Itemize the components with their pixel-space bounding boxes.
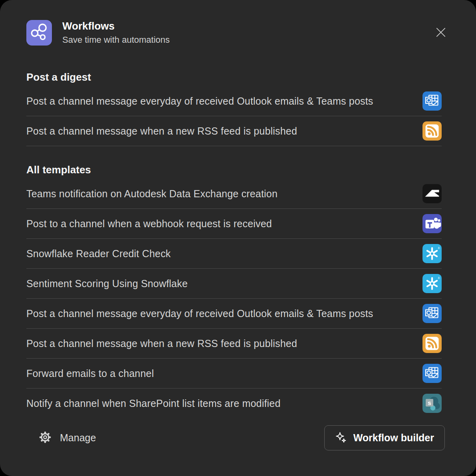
template-label: Teams notification on Autodesk Data Exch… [26, 188, 278, 200]
svg-text:s: s [428, 399, 431, 406]
template-label: Post a channel message when a new RSS fe… [26, 338, 297, 349]
sparkles-icon [335, 431, 347, 444]
section-heading: All templates [26, 164, 442, 176]
workflow-template-row[interactable]: Post a channel message everyday of recei… [26, 86, 442, 116]
workflows-dialog: Workflows Save time with automations Pos… [0, 0, 476, 476]
close-button[interactable] [433, 25, 449, 41]
autodesk-icon [422, 184, 442, 203]
rss-icon [422, 334, 442, 353]
template-label: Post to a channel when a webhook request… [26, 218, 272, 230]
template-section: Post a digestPost a channel message ever… [26, 71, 442, 146]
dialog-header: Workflows Save time with automations [0, 0, 476, 46]
snowflake-icon: ® [422, 274, 442, 293]
manage-label: Manage [60, 432, 96, 444]
manage-button[interactable]: Manage [26, 430, 96, 445]
workflow-template-row[interactable]: Post a channel message everyday of recei… [26, 299, 442, 329]
template-section: All templatesTeams notification on Autod… [26, 164, 442, 418]
snowflake-icon: ® [422, 244, 442, 263]
workflow-template-row[interactable]: Post to a channel when a webhook request… [26, 209, 442, 239]
workflow-template-row[interactable]: Teams notification on Autodesk Data Exch… [26, 179, 442, 209]
header-text: Workflows Save time with automations [62, 20, 170, 46]
workflows-app-icon [26, 20, 52, 46]
template-label: Notify a channel when SharePoint list it… [26, 398, 281, 409]
template-label: Post a channel message everyday of recei… [26, 308, 373, 319]
outlook-icon [422, 304, 442, 323]
template-label: Sentiment Scoring Using Snowflake [26, 278, 188, 290]
close-icon [434, 25, 448, 41]
section-heading: Post a digest [26, 71, 442, 83]
rss-icon [422, 121, 442, 141]
template-label: Post a channel message everyday of recei… [26, 95, 373, 107]
workflow-template-row[interactable]: Post a channel message when a new RSS fe… [26, 329, 442, 359]
template-sections: Post a digestPost a channel message ever… [0, 71, 476, 418]
workflow-share-icon [26, 19, 52, 46]
workflow-builder-button[interactable]: Workflow builder [324, 425, 445, 450]
template-label: Snowflake Reader Credit Check [26, 248, 171, 260]
workflow-template-row[interactable]: Snowflake Reader Credit Check ® [26, 239, 442, 269]
template-list: Post a channel message everyday of recei… [26, 86, 442, 146]
outlook-icon [422, 91, 442, 111]
dialog-footer: Manage Workflow builder [26, 425, 445, 450]
outlook-icon [422, 364, 442, 383]
svg-text:®: ® [438, 277, 440, 280]
workflow-template-row[interactable]: Post a channel message when a new RSS fe… [26, 116, 442, 146]
dialog-title: Workflows [62, 20, 170, 32]
gear-icon [38, 430, 52, 445]
dialog-subtitle: Save time with automations [62, 35, 170, 45]
template-label: Forward emails to a channel [26, 368, 154, 379]
teams-icon [422, 214, 442, 233]
workflow-template-row[interactable]: Forward emails to a channel [26, 359, 442, 389]
template-label: Post a channel message when a new RSS fe… [26, 125, 297, 137]
workflow-template-row[interactable]: Notify a channel when SharePoint list it… [26, 389, 442, 418]
workflow-builder-label: Workflow builder [353, 432, 434, 444]
workflow-template-row[interactable]: Sentiment Scoring Using Snowflake ® [26, 269, 442, 299]
template-list: Teams notification on Autodesk Data Exch… [26, 179, 442, 418]
svg-text:®: ® [438, 247, 440, 250]
sharepoint-icon: s [422, 394, 442, 413]
